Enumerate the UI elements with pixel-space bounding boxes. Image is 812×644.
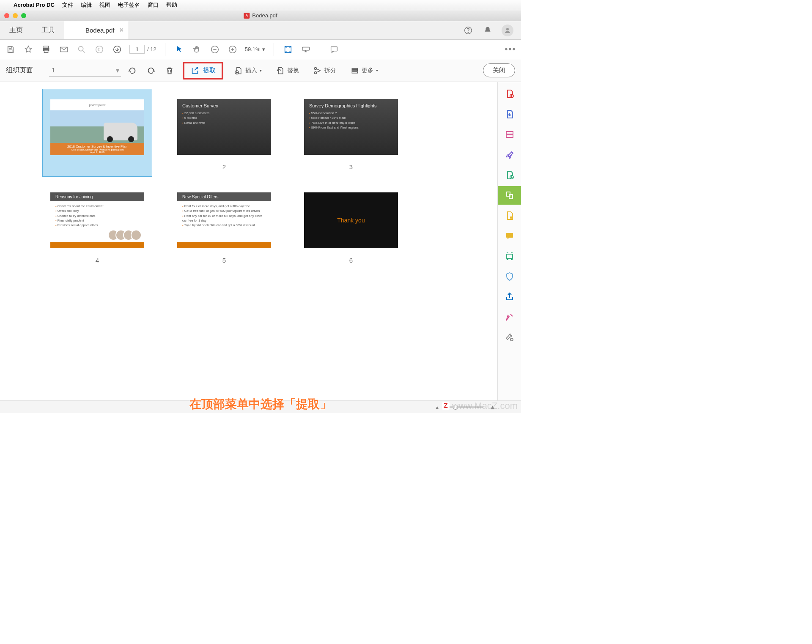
svg-rect-30 xyxy=(506,233,513,238)
svg-rect-21 xyxy=(352,70,357,71)
menu-file[interactable]: 文件 xyxy=(62,1,73,9)
extract-button[interactable]: 提取 xyxy=(183,62,223,79)
zoom-in-icon[interactable] xyxy=(227,44,238,55)
tab-tools[interactable]: 工具 xyxy=(32,21,64,39)
bullet: 55% Generation Y xyxy=(309,111,393,115)
menu-edit[interactable]: 编辑 xyxy=(81,1,92,9)
menu-help[interactable]: 帮助 xyxy=(166,1,177,9)
window-close-icon[interactable] xyxy=(4,13,9,18)
insert-label: 插入 xyxy=(245,67,257,74)
bullet: Email and web xyxy=(182,121,266,125)
slide-title: New Special Offers xyxy=(177,192,271,201)
svg-rect-20 xyxy=(352,69,357,70)
page-thumb-1[interactable]: point2point 2018 Customer Survey & Incen… xyxy=(42,89,152,177)
slide-title: 2018 Customer Survey & Incentive Plan xyxy=(52,145,143,148)
compress-icon[interactable] xyxy=(504,210,516,222)
page-thumb-5[interactable]: New Special Offers Rent four or more day… xyxy=(177,192,271,248)
combine-icon[interactable] xyxy=(504,169,516,181)
thumb-number: 5 xyxy=(222,257,226,264)
pointer-icon[interactable] xyxy=(174,44,185,55)
close-button[interactable]: 关闭 xyxy=(483,63,515,77)
next-page-icon[interactable] xyxy=(112,44,123,55)
protect-icon[interactable] xyxy=(504,271,516,282)
delete-icon[interactable] xyxy=(164,65,175,76)
prev-page-icon[interactable] xyxy=(94,44,105,55)
replace-button[interactable]: 替换 xyxy=(273,65,302,77)
rotate-left-icon[interactable] xyxy=(127,65,138,76)
page-thumb-2[interactable]: Customer Survey 22,000 customers 6 month… xyxy=(177,99,271,155)
fill-sign-icon[interactable] xyxy=(504,311,516,323)
window-minimize-icon[interactable] xyxy=(13,13,18,18)
tab-home[interactable]: 主页 xyxy=(0,21,32,39)
print-icon[interactable] xyxy=(41,44,52,55)
thumb-size-small-icon[interactable]: ▲ xyxy=(435,405,439,410)
chevron-down-icon: ▾ xyxy=(376,68,378,73)
page-thumb-4[interactable]: Reasons for Joining Concerns about the e… xyxy=(50,192,144,248)
account-avatar[interactable] xyxy=(502,25,513,36)
tab-document[interactable]: Bodea.pdf × xyxy=(64,21,128,39)
create-pdf-icon[interactable] xyxy=(504,88,516,100)
zoom-out-icon[interactable] xyxy=(209,44,220,55)
organize-pages-icon[interactable] xyxy=(498,186,521,205)
edit-pdf-icon[interactable] xyxy=(504,129,516,140)
split-label: 拆分 xyxy=(324,67,336,74)
hand-icon[interactable] xyxy=(192,44,203,55)
app-name[interactable]: Acrobat Pro DC xyxy=(14,2,55,8)
bullet: 76% Live in or near major cities xyxy=(309,121,393,125)
slide-title: Thank you xyxy=(337,217,365,224)
keyboard-icon[interactable] xyxy=(300,44,311,55)
page-input[interactable] xyxy=(129,45,145,54)
pdf-icon: A xyxy=(244,13,250,19)
bullet: Try a hybrid or electric car and get a 3… xyxy=(182,223,266,227)
search-icon[interactable] xyxy=(76,44,87,55)
bullet: Financially prudent xyxy=(55,218,139,223)
svg-rect-31 xyxy=(507,254,513,258)
scan-icon[interactable] xyxy=(504,250,516,262)
watermark: Z www.MacZ.com xyxy=(442,400,518,411)
slide-title: Survey Demographics Highlights xyxy=(309,103,393,108)
rotate-right-icon[interactable] xyxy=(145,65,156,76)
mail-icon[interactable] xyxy=(58,44,69,55)
split-button[interactable]: 拆分 xyxy=(310,65,340,77)
page-total: / 12 xyxy=(147,46,156,52)
menu-esign[interactable]: 电子签名 xyxy=(118,1,140,9)
bullet: Get a free tank of gas for 500 point2poi… xyxy=(182,208,266,213)
svg-rect-24 xyxy=(506,132,513,134)
bell-icon[interactable] xyxy=(482,25,493,36)
svg-point-9 xyxy=(79,46,83,51)
menu-window[interactable]: 窗口 xyxy=(148,1,159,9)
save-icon[interactable] xyxy=(5,44,16,55)
zoom-value: 59.1% xyxy=(245,46,261,52)
sign-icon[interactable] xyxy=(504,149,516,161)
more-button[interactable]: 更多 ▾ xyxy=(347,65,381,77)
main-toolbar: / 12 59.1% ▾ ••• xyxy=(0,40,521,59)
share-icon[interactable] xyxy=(504,291,516,303)
bullet: Rent four or more days, and get a fifth … xyxy=(182,204,266,208)
page-thumb-6[interactable]: Thank you xyxy=(304,192,398,248)
thumb-number: 4 xyxy=(96,257,99,264)
window-title: Bodea.pdf xyxy=(252,12,277,19)
insert-button[interactable]: 插入 ▾ xyxy=(231,65,265,77)
watermark-text: www.MacZ.com xyxy=(452,400,518,411)
window-zoom-icon[interactable] xyxy=(21,13,26,18)
zoom-dropdown[interactable]: 59.1% ▾ xyxy=(245,46,265,52)
more-tools-icon[interactable] xyxy=(504,332,516,343)
svg-rect-5 xyxy=(44,46,49,48)
window-titlebar: A Bodea.pdf xyxy=(0,10,521,21)
export-pdf-icon[interactable] xyxy=(504,108,516,120)
svg-point-19 xyxy=(315,71,317,74)
more-icon[interactable]: ••• xyxy=(505,44,516,55)
comment-tool-icon[interactable] xyxy=(504,230,516,242)
tab-close-icon[interactable]: × xyxy=(119,26,124,35)
chevron-down-icon: ▾ xyxy=(260,68,262,73)
fit-icon[interactable] xyxy=(283,44,294,55)
comment-icon[interactable] xyxy=(329,44,340,55)
help-icon[interactable] xyxy=(463,25,474,36)
star-icon[interactable] xyxy=(23,44,34,55)
page-range-select[interactable] xyxy=(49,65,121,77)
page-thumb-3[interactable]: Survey Demographics Highlights 55% Gener… xyxy=(304,99,398,155)
menu-view[interactable]: 视图 xyxy=(99,1,110,9)
page-thumbnails-area[interactable]: point2point 2018 Customer Survey & Incen… xyxy=(0,82,497,400)
svg-rect-15 xyxy=(302,47,309,50)
svg-rect-29 xyxy=(510,216,513,219)
